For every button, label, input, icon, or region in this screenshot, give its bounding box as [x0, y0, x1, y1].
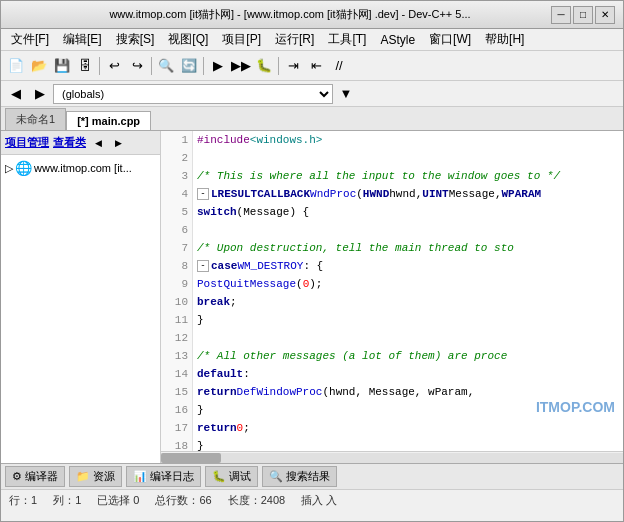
code-line-14[interactable]: default: — [197, 365, 623, 383]
back-button[interactable]: ◀ — [5, 83, 27, 105]
scope-dropdown[interactable]: (globals) — [53, 84, 333, 104]
code-line-13[interactable]: /* All other messages (a lot of them) ar… — [197, 347, 623, 365]
status-length: 长度：2408 — [228, 493, 285, 508]
menu-item-w[interactable]: 窗口[W] — [423, 29, 477, 50]
code-area[interactable]: 123456789101112131415161718192021 #inclu… — [161, 131, 623, 451]
debug-button[interactable]: 🐛 — [253, 55, 275, 77]
code-line-11[interactable]: } — [197, 311, 623, 329]
bottom-tab-搜索结果[interactable]: 🔍搜索结果 — [262, 466, 337, 487]
bottom-tabs: ⚙编译器📁资源📊编译日志🐛调试🔍搜索结果 — [1, 463, 623, 489]
bottom-tab-icon-4: 🔍 — [269, 470, 283, 483]
toolbar-sep-1 — [99, 57, 100, 75]
code-line-4[interactable]: -LRESULT CALLBACK WndProc(HWND hwnd, UIN… — [197, 185, 623, 203]
line-number-18: 18 — [161, 437, 192, 451]
compile-button[interactable]: ▶ — [207, 55, 229, 77]
toolbar-sep-3 — [203, 57, 204, 75]
bottom-tab-label-0: 编译器 — [25, 469, 58, 484]
code-line-10[interactable]: break; — [197, 293, 623, 311]
forward-button[interactable]: ▶ — [29, 83, 51, 105]
code-line-3[interactable]: /* This is where all the input to the wi… — [197, 167, 623, 185]
sidebar-class-tab[interactable]: 查看类 — [53, 135, 86, 150]
menu-item-astyle[interactable]: AStyle — [374, 31, 421, 49]
scope-arrow[interactable]: ▼ — [335, 83, 357, 105]
code-line-12[interactable] — [197, 329, 623, 347]
title-text: www.itmop.com [it猫扑网] - [www.itmop.com [… — [29, 7, 551, 22]
bottom-tab-icon-2: 📊 — [133, 470, 147, 483]
code-line-8[interactable]: - case WM_DESTROY: { — [197, 257, 623, 275]
line-number-13: 13 — [161, 347, 192, 365]
code-line-6[interactable] — [197, 221, 623, 239]
bottom-tab-label-4: 搜索结果 — [286, 469, 330, 484]
window-controls[interactable]: ─ □ ✕ — [551, 6, 615, 24]
status-selected: 已选择 0 — [97, 493, 139, 508]
fold-icon-4[interactable]: - — [197, 188, 209, 200]
code-content: 123456789101112131415161718192021 #inclu… — [161, 131, 623, 451]
undo-button[interactable]: ↩ — [103, 55, 125, 77]
code-line-5[interactable]: switch(Message) { — [197, 203, 623, 221]
replace-button[interactable]: 🔄 — [178, 55, 200, 77]
tab-unnamed[interactable]: 未命名1 — [5, 108, 66, 130]
menu-item-e[interactable]: 编辑[E] — [57, 29, 108, 50]
minimize-button[interactable]: ─ — [551, 6, 571, 24]
maximize-button[interactable]: □ — [573, 6, 593, 24]
code-line-2[interactable] — [197, 149, 623, 167]
sidebar-header: 项目管理 查看类 ◀ ▶ — [1, 131, 160, 155]
unindent-button[interactable]: ⇤ — [305, 55, 327, 77]
code-line-1[interactable]: #include <windows.h> — [197, 131, 623, 149]
line-number-2: 2 — [161, 149, 192, 167]
menu-bar: 文件[F]编辑[E]搜索[S]视图[Q]项目[P]运行[R]工具[T]AStyl… — [1, 29, 623, 51]
tree-root[interactable]: ▷ 🌐 www.itmop.com [it... — [5, 159, 156, 177]
sidebar-next[interactable]: ▶ — [110, 135, 126, 151]
code-lines[interactable]: #include <windows.h> /* This is where al… — [193, 131, 623, 451]
indent-button[interactable]: ⇥ — [282, 55, 304, 77]
save-button[interactable]: 💾 — [51, 55, 73, 77]
bottom-tab-label-3: 调试 — [229, 469, 251, 484]
comment-button[interactable]: // — [328, 55, 350, 77]
line-number-12: 12 — [161, 329, 192, 347]
fold-icon-8[interactable]: - — [197, 260, 209, 272]
sidebar-project-tab[interactable]: 项目管理 — [5, 135, 49, 150]
bottom-tab-icon-0: ⚙ — [12, 470, 22, 483]
save-all-button[interactable]: 🗄 — [74, 55, 96, 77]
open-button[interactable]: 📂 — [28, 55, 50, 77]
status-bar: 行：1 列：1 已选择 0 总行数：66 长度：2408 插入 入 — [1, 489, 623, 511]
line-number-7: 7 — [161, 239, 192, 257]
menu-item-r[interactable]: 运行[R] — [269, 29, 320, 50]
menu-item-f[interactable]: 文件[F] — [5, 29, 55, 50]
toolbar-sep-2 — [151, 57, 152, 75]
find-button[interactable]: 🔍 — [155, 55, 177, 77]
line-number-8: 8 — [161, 257, 192, 275]
bottom-tab-编译器[interactable]: ⚙编译器 — [5, 466, 65, 487]
code-line-18[interactable]: } — [197, 437, 623, 451]
bottom-tab-资源[interactable]: 📁资源 — [69, 466, 122, 487]
tab-main-cpp[interactable]: [*] main.cpp — [66, 111, 151, 130]
run-button[interactable]: ▶▶ — [230, 55, 252, 77]
code-line-17[interactable]: return 0; — [197, 419, 623, 437]
line-number-6: 6 — [161, 221, 192, 239]
bottom-tab-编译日志[interactable]: 📊编译日志 — [126, 466, 201, 487]
menu-item-t[interactable]: 工具[T] — [322, 29, 372, 50]
line-numbers: 123456789101112131415161718192021 — [161, 131, 193, 451]
code-line-7[interactable]: /* Upon destruction, tell the main threa… — [197, 239, 623, 257]
menu-item-s[interactable]: 搜索[S] — [110, 29, 161, 50]
redo-button[interactable]: ↪ — [126, 55, 148, 77]
menu-item-p[interactable]: 项目[P] — [216, 29, 267, 50]
bottom-tab-label-1: 资源 — [93, 469, 115, 484]
line-number-4: 4 — [161, 185, 192, 203]
bottom-tab-label-2: 编译日志 — [150, 469, 194, 484]
tab-bar: 未命名1 [*] main.cpp — [1, 107, 623, 131]
sidebar-prev[interactable]: ◀ — [90, 135, 106, 151]
bottom-tab-调试[interactable]: 🐛调试 — [205, 466, 258, 487]
close-button[interactable]: ✕ — [595, 6, 615, 24]
main-area: 项目管理 查看类 ◀ ▶ ▷ 🌐 www.itmop.com [it... 12… — [1, 131, 623, 463]
tree-folder-icon: 🌐 — [15, 160, 32, 176]
menu-item-q[interactable]: 视图[Q] — [162, 29, 214, 50]
horizontal-scrollbar[interactable] — [161, 451, 623, 463]
code-line-16[interactable]: } — [197, 401, 623, 419]
menu-item-h[interactable]: 帮助[H] — [479, 29, 530, 50]
line-number-17: 17 — [161, 419, 192, 437]
code-line-15[interactable]: return DefWindowProc(hwnd, Message, wPar… — [197, 383, 623, 401]
bottom-tab-icon-1: 📁 — [76, 470, 90, 483]
new-button[interactable]: 📄 — [5, 55, 27, 77]
code-line-9[interactable]: PostQuitMessage(0); — [197, 275, 623, 293]
